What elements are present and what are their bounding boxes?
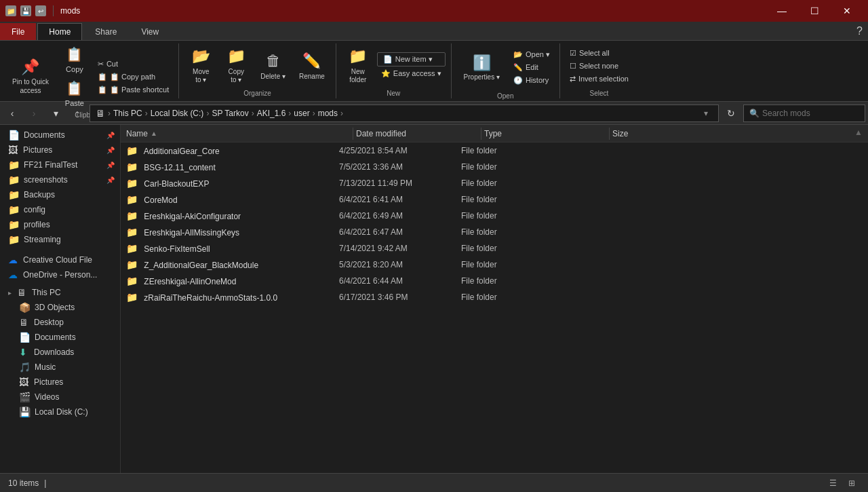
scroll-to-top-button[interactable]: ▲ — [854, 128, 863, 137]
breadcrumb-local-disk[interactable]: Local Disk (C:) — [151, 109, 204, 118]
history-button[interactable]: 🕐 History — [509, 75, 554, 86]
back-button[interactable]: ‹ — [3, 105, 22, 122]
sidebar-item-local-disk[interactable]: 💾 Local Disk (C:) — [0, 404, 120, 419]
recent-locations-button[interactable]: ▾ — [46, 105, 65, 122]
search-box[interactable]: 🔍 — [743, 105, 865, 122]
move-to-button[interactable]: 📂 Moveto ▾ — [184, 45, 217, 86]
easy-access-button[interactable]: ⭐ Easy access ▾ — [377, 68, 446, 79]
breadcrumb-mods[interactable]: mods — [318, 109, 338, 118]
breadcrumb-aki[interactable]: AKI_1.6 — [257, 109, 286, 118]
3d-objects-icon: 📦 — [19, 302, 31, 313]
backups-icon: 📁 — [8, 189, 20, 200]
tab-home[interactable]: Home — [37, 23, 82, 40]
properties-button[interactable]: ℹ️ Properties ▾ — [457, 43, 507, 91]
breadcrumb-user[interactable]: user — [294, 109, 309, 118]
sidebar-item-3d-objects[interactable]: 📦 3D Objects — [0, 300, 120, 315]
pin-indicator: 📌 — [106, 132, 115, 139]
minimize-button[interactable]: — — [766, 0, 797, 22]
file-list-header: ▲ Name ▲ Date modified Type Size — [121, 125, 868, 143]
table-row[interactable]: 📁 Senko-FixItemSell 7/14/2021 9:42 AM Fi… — [121, 240, 868, 257]
copy-to-icon: 📁 — [227, 48, 245, 65]
table-row[interactable]: 📁 zRaiRaiTheRaichu-AmmoStats-1.0.0 6/17/… — [121, 289, 868, 305]
save-title-icon[interactable]: 💾 — [20, 5, 31, 16]
help-icon[interactable]: ? — [856, 25, 863, 37]
streaming-icon: 📁 — [8, 234, 20, 245]
search-input[interactable] — [762, 109, 864, 118]
ff21-folder-icon: 📁 — [8, 159, 20, 170]
address-dropdown-button[interactable]: ▾ — [699, 109, 713, 118]
file-date: 6/4/2021 6:47 AM — [339, 227, 461, 237]
folder-icon: 📁 — [126, 178, 138, 189]
sidebar-item-pictures-pc[interactable]: 🖼 Pictures — [0, 375, 120, 390]
file-date: 6/4/2021 6:49 AM — [339, 211, 461, 221]
delete-icon: 🗑 — [266, 52, 281, 70]
sidebar-item-streaming[interactable]: 📁 Streaming — [0, 232, 120, 247]
sidebar-item-pictures[interactable]: 🖼 Pictures 📌 — [0, 143, 120, 157]
tiles-view-button[interactable]: ⊞ — [844, 475, 860, 491]
column-type[interactable]: Type — [484, 129, 606, 138]
sidebar-item-creative-cloud[interactable]: ☁ Creative Cloud File — [0, 252, 120, 267]
table-row[interactable]: 📁 BSG-12.11_content 7/5/2021 3:36 AM Fil… — [121, 159, 868, 175]
select-all-button[interactable]: ☑ Select all — [566, 48, 633, 59]
sidebar-item-this-pc[interactable]: ▸ 🖥 This PC — [0, 285, 120, 300]
title-bar: 📁 💾 ↩ mods — ☐ ✕ — [0, 0, 868, 22]
table-row[interactable]: 📁 AdditionalGear_Core 4/25/2021 8:54 AM … — [121, 143, 868, 159]
column-name[interactable]: Name ▲ — [126, 129, 350, 138]
pin-to-quick-access-button[interactable]: 📌 Pin to Quickaccess — [5, 53, 56, 100]
invert-selection-button[interactable]: ⇄ Invert selection — [566, 73, 633, 85]
file-name-text: AdditionalGear_Core — [144, 147, 220, 156]
sidebar-item-documents[interactable]: 📄 Documents 📌 — [0, 128, 120, 143]
documents-icon: 📄 — [8, 130, 20, 140]
column-size[interactable]: Size — [612, 129, 863, 138]
table-row[interactable]: 📁 Z_AdditionalGear_BlackModule 5/3/2021 … — [121, 257, 868, 273]
sidebar-item-backups[interactable]: 📁 Backups — [0, 187, 120, 202]
details-view-button[interactable]: ☰ — [825, 475, 841, 491]
table-row[interactable]: 📁 ZEreshkigal-AllinOneMod 6/4/2021 6:44 … — [121, 273, 868, 289]
new-folder-button[interactable]: 📁 Newfolder — [342, 45, 374, 86]
music-icon: 🎵 — [19, 362, 31, 373]
undo-title-icon[interactable]: ↩ — [35, 5, 46, 16]
column-date[interactable]: Date modified — [356, 129, 478, 138]
delete-button[interactable]: 🗑 Delete ▾ — [255, 45, 291, 86]
table-row[interactable]: 📁 Ereshkigal-AllMissingKeys 6/4/2021 6:4… — [121, 224, 868, 240]
copy-button[interactable]: 📋 Copy — [58, 43, 91, 76]
copy-path-button[interactable]: 📋 📋 Copy path — [94, 71, 173, 83]
close-button[interactable]: ✕ — [831, 0, 863, 22]
sidebar-item-music[interactable]: 🎵 Music — [0, 360, 120, 375]
rename-button[interactable]: ✏️ Rename — [294, 45, 330, 86]
sidebar-item-downloads[interactable]: ⬇ Downloads — [0, 345, 120, 360]
sidebar-item-screenshots[interactable]: 📁 screenshots 📌 — [0, 172, 120, 187]
rename-icon: ✏️ — [302, 52, 321, 70]
select-none-button[interactable]: ☐ Select none — [566, 60, 633, 72]
open-button[interactable]: 📂 Open ▾ — [509, 49, 554, 60]
refresh-button[interactable]: ↻ — [722, 105, 741, 122]
col-divider-3 — [609, 128, 610, 140]
breadcrumb-sp-tarkov[interactable]: SP Tarkov — [212, 109, 248, 118]
sidebar-item-onedrive[interactable]: ☁ OneDrive - Person... — [0, 267, 120, 282]
sidebar-item-documents-pc[interactable]: 📄 Documents — [0, 330, 120, 345]
tab-file[interactable]: File — [0, 23, 36, 40]
tab-view[interactable]: View — [130, 23, 170, 40]
sidebar-item-desktop[interactable]: 🖥 Desktop — [0, 315, 120, 330]
sidebar-item-ff21[interactable]: 📁 FF21 FinalTest 📌 — [0, 157, 120, 172]
folder-icon: 📁 — [126, 243, 138, 254]
sidebar-item-profiles[interactable]: 📁 profiles — [0, 217, 120, 232]
tab-share[interactable]: Share — [83, 23, 128, 40]
edit-button[interactable]: ✏️ Edit — [509, 62, 554, 73]
breadcrumb-this-pc[interactable]: This PC — [113, 109, 142, 118]
paste-shortcut-button[interactable]: 📋 📋 Paste shortcut — [94, 84, 173, 96]
new-group: 📁 Newfolder 📄 New item ▾ ⭐ Easy access ▾… — [336, 43, 452, 98]
screenshots-icon: 📁 — [8, 174, 20, 185]
sidebar-item-config[interactable]: 📁 config — [0, 202, 120, 217]
address-bar[interactable]: 🖥 › This PC › Local Disk (C:) › SP Tarko… — [90, 105, 719, 122]
up-button[interactable]: ↑ — [68, 105, 87, 122]
maximize-button[interactable]: ☐ — [799, 0, 830, 22]
copy-to-button[interactable]: 📁 Copyto ▾ — [220, 45, 252, 86]
table-row[interactable]: 📁 Ereshkigal-AkiConfigurator 6/4/2021 6:… — [121, 208, 868, 224]
forward-button[interactable]: › — [24, 105, 43, 122]
table-row[interactable]: 📁 Carl-BlackoutEXP 7/13/2021 11:49 PM Fi… — [121, 175, 868, 191]
cut-button[interactable]: ✂ Cut — [94, 58, 173, 70]
table-row[interactable]: 📁 CoreMod 6/4/2021 6:41 AM File folder — [121, 191, 868, 208]
new-item-button[interactable]: 📄 New item ▾ — [377, 52, 446, 67]
sidebar-item-videos[interactable]: 🎬 Videos — [0, 390, 120, 404]
